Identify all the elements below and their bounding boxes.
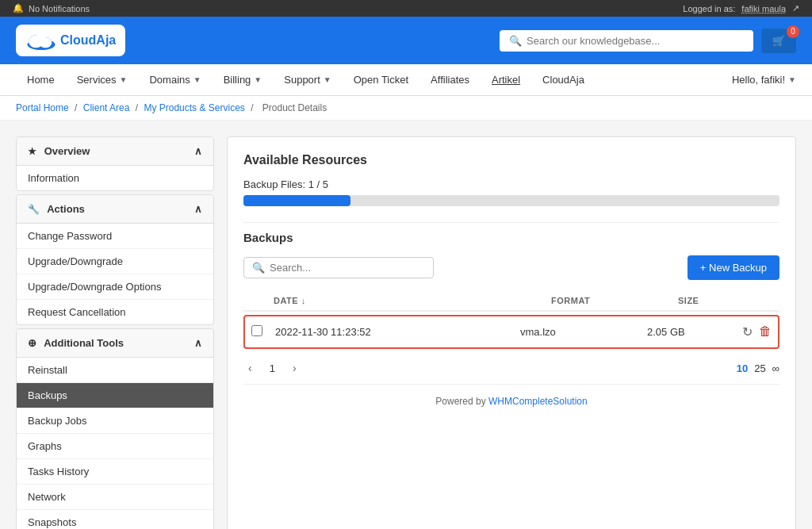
- col-size: SIZE: [678, 296, 773, 305]
- nav-services[interactable]: Services ▼: [66, 64, 139, 95]
- sidebar-item-information[interactable]: Information: [17, 166, 213, 190]
- progress-bar-inner: [243, 195, 350, 206]
- sidebar-item-reinstall[interactable]: Reinstall: [17, 358, 213, 383]
- overview-collapse-icon: ∧: [194, 145, 202, 157]
- nav-greeting[interactable]: Hello, fafiki! ▼: [732, 74, 796, 86]
- sidebar-item-backup-jobs[interactable]: Backup Jobs: [17, 408, 213, 434]
- breadcrumb-product-details: Product Details: [262, 102, 327, 113]
- current-page: 1: [263, 361, 282, 376]
- backups-search-input[interactable]: [270, 262, 425, 274]
- header: CloudAja 🔍 🛒 0: [0, 17, 812, 64]
- search-input[interactable]: [527, 35, 744, 47]
- greeting-dropdown-arrow: ▼: [788, 75, 796, 84]
- col-checkbox: [250, 296, 274, 305]
- delete-icon[interactable]: 🗑: [759, 324, 772, 339]
- new-backup-button[interactable]: + New Backup: [688, 255, 779, 280]
- breadcrumb-client-area[interactable]: Client Area: [83, 102, 130, 113]
- backups-title: Backups: [243, 231, 779, 244]
- per-page-options: 10 25 ∞: [737, 362, 779, 374]
- table-header: DATE ↓ FORMAT SIZE: [243, 291, 779, 312]
- sidebar-item-snapshots[interactable]: Snapshots: [17, 510, 213, 529]
- sidebar-item-tasks-history[interactable]: Tasks History: [17, 459, 213, 485]
- footer-text: Powered by: [435, 396, 488, 407]
- tools-collapse-icon: ∧: [194, 337, 202, 349]
- per-page-10[interactable]: 10: [737, 362, 748, 374]
- billing-dropdown-arrow: ▼: [254, 75, 262, 84]
- backup-files-label: Backup Files: 1 / 5: [243, 178, 779, 190]
- backups-section: Backups 🔍 + New Backup DATE ↓ FORMAT SIZ…: [243, 231, 779, 376]
- col-format: FORMAT: [551, 296, 678, 305]
- nav-billing[interactable]: Billing ▼: [213, 64, 274, 95]
- username: fafiki maula: [741, 4, 786, 13]
- nav-left: Home Services ▼ Domains ▼ Billing ▼ Supp…: [16, 64, 596, 95]
- restore-icon[interactable]: ↻: [742, 324, 753, 339]
- row-checkbox[interactable]: [251, 325, 262, 336]
- nav-artikel[interactable]: Artikel: [481, 64, 531, 95]
- svg-point-6: [35, 34, 45, 44]
- pagination-controls: ‹ 1 ›: [243, 360, 301, 376]
- nav-domains[interactable]: Domains ▼: [138, 64, 212, 95]
- sidebar-item-upgrade-downgrade-options[interactable]: Upgrade/Downgrade Options: [17, 274, 213, 300]
- resources-title: Available Resources: [243, 153, 779, 167]
- sidebar-section-overview: ★ Overview ∧ Information: [16, 136, 214, 191]
- sidebar-actions-header[interactable]: 🔧 Actions ∧: [17, 195, 213, 224]
- logo[interactable]: CloudAja: [16, 25, 125, 56]
- backups-search-wrapper[interactable]: 🔍: [243, 257, 434, 278]
- tools-icon: ⊕: [28, 337, 36, 349]
- navbar: Home Services ▼ Domains ▼ Billing ▼ Supp…: [0, 64, 812, 96]
- per-page-25[interactable]: 25: [754, 362, 765, 374]
- search-icon: 🔍: [509, 35, 522, 47]
- footer: Powered by WHMCompleteSolution: [243, 384, 779, 418]
- table-row: 2022-11-30 11:23:52 vma.lzo 2.05 GB ↻ 🗑: [243, 315, 779, 349]
- sidebar-additional-tools-header[interactable]: ⊕ Additional Tools ∧: [17, 329, 213, 358]
- prev-page-button[interactable]: ‹: [243, 360, 257, 376]
- cart-button[interactable]: 🛒 0: [761, 29, 796, 53]
- sidebar-item-network[interactable]: Network: [17, 485, 213, 510]
- wrench-icon: 🔧: [28, 204, 40, 215]
- search-icon-small: 🔍: [252, 262, 265, 274]
- sidebar-item-change-password[interactable]: Change Password: [17, 224, 213, 249]
- logo-text: CloudAja: [60, 33, 116, 48]
- breadcrumb-portal-home[interactable]: Portal Home: [16, 102, 69, 113]
- user-info: Logged in as: fafiki maula ↗: [683, 3, 799, 13]
- notification-area: 🔔 No Notifications: [13, 3, 90, 13]
- sidebar-item-graphs[interactable]: Graphs: [17, 434, 213, 459]
- sidebar-item-upgrade-downgrade[interactable]: Upgrade/Downgrade: [17, 249, 213, 274]
- main-content: ★ Overview ∧ Information 🔧 Actions ∧ Cha…: [0, 121, 812, 529]
- breadcrumb-my-products[interactable]: My Products & Services: [144, 102, 244, 113]
- row-format: vma.lzo: [520, 326, 647, 338]
- logo-icon: [25, 29, 57, 52]
- progress-bar-outer: [243, 195, 779, 206]
- nav-home[interactable]: Home: [16, 64, 66, 95]
- divider: [243, 222, 779, 223]
- bell-icon: 🔔: [13, 3, 24, 13]
- sidebar-section-additional-tools: ⊕ Additional Tools ∧ Reinstall Backups B…: [16, 328, 214, 529]
- nav-affiliates[interactable]: Affiliates: [419, 64, 481, 95]
- nav-cloudaja[interactable]: CloudAja: [531, 64, 596, 95]
- sidebar-item-backups[interactable]: Backups: [17, 383, 213, 408]
- sidebar-item-request-cancellation[interactable]: Request Cancellation: [17, 300, 213, 324]
- footer-link[interactable]: WHMCompleteSolution: [488, 396, 588, 407]
- search-bar[interactable]: 🔍: [500, 30, 753, 52]
- domains-dropdown-arrow: ▼: [193, 75, 201, 84]
- actions-collapse-icon: ∧: [194, 203, 202, 215]
- nav-open-ticket[interactable]: Open Ticket: [343, 64, 419, 95]
- sidebar: ★ Overview ∧ Information 🔧 Actions ∧ Cha…: [16, 136, 214, 529]
- external-link-icon: ↗: [792, 3, 799, 13]
- row-size: 2.05 GB: [647, 326, 742, 338]
- notification-text: No Notifications: [29, 4, 90, 13]
- per-page-all[interactable]: ∞: [772, 362, 779, 374]
- top-bar: 🔔 No Notifications Logged in as: fafiki …: [0, 0, 812, 17]
- content-panel: Available Resources Backup Files: 1 / 5 …: [227, 136, 796, 529]
- breadcrumb: Portal Home / Client Area / My Products …: [0, 96, 812, 121]
- backups-toolbar: 🔍 + New Backup: [243, 255, 779, 280]
- sidebar-overview-header[interactable]: ★ Overview ∧: [17, 137, 213, 166]
- star-icon: ★: [28, 146, 36, 157]
- col-date: DATE ↓: [274, 296, 551, 305]
- row-date: 2022-11-30 11:23:52: [275, 326, 520, 338]
- nav-support[interactable]: Support ▼: [273, 64, 342, 95]
- row-actions: ↻ 🗑: [742, 324, 772, 339]
- row-checkbox-cell[interactable]: [251, 325, 275, 339]
- next-page-button[interactable]: ›: [288, 360, 301, 376]
- available-resources: Available Resources Backup Files: 1 / 5: [243, 153, 779, 206]
